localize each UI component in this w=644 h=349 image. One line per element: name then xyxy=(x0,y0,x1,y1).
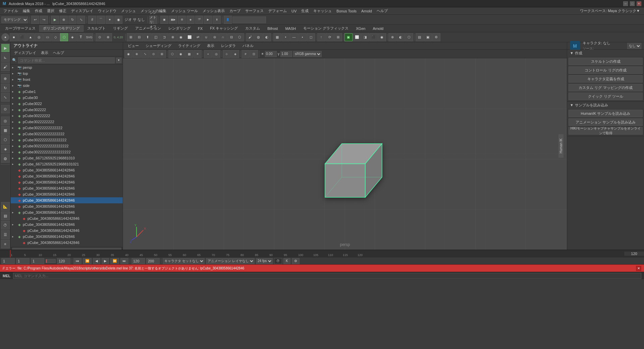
menu-modify[interactable]: 修正 xyxy=(57,8,68,14)
invert-vis-icon[interactable]: ◨ xyxy=(361,33,369,41)
list-item[interactable]: ▸ 📷 side xyxy=(11,83,123,89)
timeline-ruler[interactable]: 1 5 10 15 20 25 30 35 40 45 50 55 60 65 … xyxy=(10,250,624,257)
menu-select[interactable]: 選択 xyxy=(45,8,56,14)
redo-button[interactable]: ↪ xyxy=(40,16,48,24)
list-item[interactable]: ▸ ◈ pCube1 xyxy=(11,89,123,95)
center-pivot-icon[interactable]: ⊕ xyxy=(104,33,112,41)
outliner-menu-help[interactable]: ヘルプ xyxy=(51,50,66,56)
attr-editor-icon[interactable]: ▣ xyxy=(424,33,432,41)
list-item[interactable]: ▸ ◈ pCube_667126592519688101021 xyxy=(11,161,123,167)
create-skeleton-button[interactable]: スケルトンの作成 xyxy=(569,58,643,65)
selected-list-item[interactable]: ◆ pCube_30438058661442428​46 xyxy=(11,197,123,203)
camera-tool-2[interactable]: ⊕ xyxy=(133,50,141,58)
anim-layer-tool[interactable]: ≡ xyxy=(1,240,10,248)
list-item[interactable]: ▸ ◈ pCube3022222222222222 xyxy=(11,137,123,143)
torus-icon[interactable]: ◎ xyxy=(35,33,43,41)
viewport-menu-view[interactable]: ビュー xyxy=(126,43,141,49)
nurbs-icon[interactable]: ◈ xyxy=(68,33,76,41)
svg-icon[interactable]: SVG xyxy=(85,33,93,41)
paint-icon[interactable]: 🖌 xyxy=(246,33,254,41)
anim-end-field[interactable]: 120 xyxy=(131,258,145,264)
undo-button[interactable]: ↩ xyxy=(31,16,39,24)
show-manipulator[interactable]: ⊙ xyxy=(1,105,10,113)
user-icon[interactable]: 👤 xyxy=(224,16,232,24)
show-selected-icon[interactable]: ▣ xyxy=(344,33,353,41)
range-end-field[interactable]: 120 xyxy=(57,258,70,264)
viewport-menu-lighting[interactable]: ライティング xyxy=(176,43,202,49)
sphere-icon[interactable]: ● xyxy=(1,33,9,41)
menu-deform[interactable]: デフォーム xyxy=(266,8,289,14)
load-sample-section-header[interactable]: ▼ サンプルを読み込み xyxy=(567,102,644,108)
list-item[interactable]: ▸ ◈ pCube30222222222222 xyxy=(11,125,123,131)
mode-select[interactable]: モデリング xyxy=(1,16,28,23)
menu-arnold[interactable]: Arnold xyxy=(359,8,374,14)
insert-loop-icon[interactable]: ⊟ xyxy=(227,33,235,41)
tool-settings-icon[interactable]: ⚙ xyxy=(432,33,440,41)
list-item[interactable]: ▸ ◈ pCube3022 xyxy=(11,101,123,107)
select-tool-button[interactable]: ▶ xyxy=(51,16,59,24)
show-all-icon[interactable]: ⬛ xyxy=(370,33,378,41)
menu-mesh-display[interactable]: メッシュ表示 xyxy=(201,8,227,14)
shadow-btn[interactable]: ▪ xyxy=(204,50,212,58)
menu-curves[interactable]: カーブ xyxy=(227,8,243,14)
bool-diff-icon[interactable]: ⊖ xyxy=(211,33,219,41)
list-item[interactable]: ▸ ◈ pCube_30438058661442428​46 xyxy=(11,234,123,240)
list-item[interactable]: ▸ ◈ pCube3022222222 xyxy=(11,119,123,125)
step-forward-button[interactable]: ⏩ xyxy=(110,258,119,264)
move-normal-icon[interactable]: ↑ xyxy=(317,33,325,41)
render-settings-button[interactable]: ⚙ xyxy=(178,16,186,24)
select-edge-icon[interactable]: — xyxy=(290,33,298,41)
hide-selected-icon[interactable]: ⬜ xyxy=(353,33,361,41)
custom-rig-mapping-button[interactable]: カスタム リグ マッピングの作成 xyxy=(569,84,643,91)
wireframe-icon[interactable]: ⬡ xyxy=(405,33,413,41)
bevel-icon[interactable]: ◫ xyxy=(152,33,160,41)
move-tool-button[interactable]: ⊕ xyxy=(60,16,68,24)
skip-end-button[interactable]: ⏭ xyxy=(120,258,128,264)
menu-file[interactable]: ファイル xyxy=(1,8,20,14)
select-face-icon[interactable]: ▪ xyxy=(299,33,307,41)
skip-start-button[interactable]: ⏮ xyxy=(73,258,82,264)
tab-animation[interactable]: アニメーション xyxy=(131,25,165,32)
list-item[interactable]: ◆ pCube_30438058661442428​46 xyxy=(11,228,123,234)
list-item[interactable]: ▸ ◈ pCube30 xyxy=(11,95,123,101)
lighting-btn[interactable]: ☀ xyxy=(194,50,202,58)
mel-input[interactable] xyxy=(13,273,641,279)
smooth-icon[interactable]: ◉ xyxy=(177,33,185,41)
snap-icon[interactable]: ⊕ xyxy=(388,33,396,41)
create-control-rig-button[interactable]: コントロール リグの作成 xyxy=(569,66,643,74)
tab-mash[interactable]: MASH xyxy=(281,25,300,32)
step-back-button[interactable]: ⏪ xyxy=(83,258,92,264)
menu-help[interactable]: ヘルプ xyxy=(375,8,390,14)
list-item[interactable]: ▸ ◈ pCube302222222222222 xyxy=(11,131,123,137)
viewport-menu-renderer[interactable]: レンダラ xyxy=(219,43,238,49)
error-dismiss-button[interactable]: ✕ xyxy=(636,266,641,271)
poly-tool-2[interactable]: ◈ xyxy=(1,145,10,153)
anim-end2-field[interactable]: 200 xyxy=(146,258,160,264)
menu-uv[interactable]: UV xyxy=(289,8,299,14)
gamma-input[interactable] xyxy=(280,51,292,57)
fps-select[interactable]: 24 fps xyxy=(256,258,273,264)
soft-sel-tool[interactable]: ◎ xyxy=(1,116,10,125)
merge-icon[interactable]: ⊗ xyxy=(169,33,177,41)
menu-display[interactable]: ディスプレイ xyxy=(69,8,95,14)
measure-tool[interactable]: 📐 xyxy=(1,202,10,211)
menu-window[interactable]: ウィンドウ xyxy=(96,8,118,14)
tab-xgen[interactable]: XGen xyxy=(352,25,369,32)
bool-inter-icon[interactable]: ∩ xyxy=(219,33,227,41)
hdr-btn[interactable]: ◈ xyxy=(231,50,239,58)
isolate-icon[interactable]: ◉ xyxy=(378,33,386,41)
tab-fx-caching[interactable]: FX キャッシング xyxy=(206,25,241,32)
list-item[interactable]: ▸ ◈ pCube_6671265925196881010 xyxy=(11,155,123,161)
grid-btn[interactable]: # xyxy=(241,50,250,58)
color-space-select[interactable]: sRGB gamma xyxy=(293,51,322,57)
camera-tool-1[interactable]: ◉ xyxy=(124,50,132,58)
layer-tool[interactable]: ☰ xyxy=(1,230,10,239)
special-icon[interactable]: ◇ xyxy=(52,33,60,41)
tab-curves-surfaces[interactable]: カーブ/サーフェス xyxy=(1,25,39,32)
viewport-menu-shading[interactable]: シェーディング xyxy=(144,43,173,49)
range-start-field[interactable]: 1 xyxy=(31,258,44,264)
lasso-tool[interactable]: ⊾ xyxy=(1,53,10,62)
menu-create[interactable]: 作成 xyxy=(33,8,44,14)
outliner-menu-display[interactable]: ディスプレイ xyxy=(12,50,38,56)
select-tool[interactable]: ▶ xyxy=(1,44,10,52)
